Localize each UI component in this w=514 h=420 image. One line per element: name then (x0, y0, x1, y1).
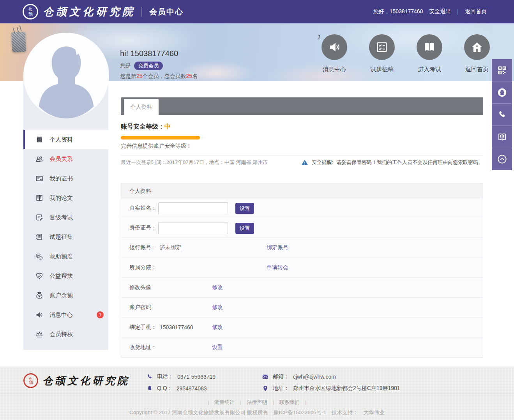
speaker-icon (35, 311, 44, 319)
id-number-input[interactable] (158, 222, 228, 234)
member-count-suffix: 名 (192, 73, 198, 79)
quick-action-enter-exam[interactable]: 进入考试 (412, 34, 447, 73)
field-label: 账户密码 (129, 304, 151, 311)
sidebar-item-member-relations[interactable]: 会员关系 (23, 149, 108, 169)
brand-name: 仓颉文化研究院 (43, 5, 136, 19)
sidebar-item-message-center[interactable]: 消息中心 1 (23, 305, 108, 325)
legal-notice-link[interactable]: 法律声明 (247, 399, 267, 405)
quick-action-label: 进入考试 (412, 66, 447, 73)
contact-value: 2954874083 (177, 385, 207, 392)
user-avatar[interactable] (23, 33, 109, 118)
contact-label: Q Q： (157, 385, 173, 392)
content-tab-bar: 个人资料 (121, 97, 483, 115)
coins-icon (35, 252, 44, 261)
message-badge: 1 (97, 311, 104, 318)
seal-char-bottom: 颉 (29, 380, 34, 385)
phone-contact-button[interactable] (492, 104, 512, 126)
warning-triangle-icon (301, 159, 308, 166)
sidebar-item-papers[interactable]: 我的论文 (23, 188, 108, 208)
quick-action-label: 试题征稿 (364, 66, 400, 73)
field-label: 所属分院： (129, 264, 157, 271)
sidebar-item-label: 消息中心 (49, 311, 73, 319)
sidebar-item-label: 会员特权 (49, 331, 73, 338)
home-icon (470, 41, 484, 54)
crown-icon (35, 330, 44, 339)
security-level-value: 中 (164, 123, 171, 130)
contact-us-link[interactable]: 联系我们 (279, 399, 300, 405)
brand-seal-icon: 仓 颉 (21, 3, 39, 20)
guide-book-button[interactable] (492, 126, 512, 148)
user-greeting: 您好，15038177460 (373, 8, 423, 15)
sidebar-item-label: 晋级考试 (49, 214, 73, 221)
set-id-number-button[interactable]: 设置 (235, 223, 254, 234)
traffic-stats-link[interactable]: 流量统计 (214, 399, 235, 405)
sidebar-item-charity[interactable]: 公益帮扶 (23, 266, 108, 286)
change-password-link[interactable]: 修改 (212, 304, 223, 311)
member-number: 25 (136, 73, 143, 79)
form-row-phone: 绑定手机： 15038177460 修改 (121, 318, 483, 337)
open-book-icon (497, 132, 507, 142)
tab-profile[interactable]: 个人资料 (124, 99, 159, 115)
login-info-row: 最近一次登录时间：2017年07月17日，地点：中国 河南省 郑州市 安全提醒:… (121, 159, 483, 166)
change-phone-link[interactable]: 修改 (212, 324, 223, 331)
logout-link[interactable]: 安全退出 (429, 8, 451, 15)
quick-action-exam-submission[interactable]: 试题征稿 (364, 34, 400, 73)
form-row-shipping-address: 收货地址： 设置 (121, 337, 483, 357)
contact-label: 电话： (157, 373, 173, 380)
change-avatar-link[interactable]: 修改 (212, 284, 223, 291)
quick-action-home[interactable]: 返回首页 (459, 34, 495, 73)
brand-logo[interactable]: 仓 颉 仓颉文化研究院 (23, 4, 136, 19)
member-count-mid: 个会员，总会员数 (143, 73, 186, 79)
banner-photo-object (11, 32, 26, 53)
certificate-icon (35, 174, 44, 183)
bound-phone-value: 15038177460 (160, 324, 193, 330)
security-tip: 完善信息提供账户安全等级！ (121, 143, 483, 150)
sidebar-item-aid-quota[interactable]: 救助额度 (23, 247, 108, 266)
sidebar-item-label: 我的论文 (49, 194, 73, 202)
checklist-icon (375, 41, 389, 54)
collection-icon (35, 233, 44, 241)
phone-icon (146, 373, 153, 380)
membership-badge: 免费会员 (134, 62, 163, 70)
footer-address: 地址：郑州市金水区绿地新都会2号楼C座19层1901 (262, 383, 400, 394)
back-to-top-button[interactable] (492, 148, 512, 170)
transfer-request-link[interactable]: 申请转会 (267, 264, 288, 271)
set-address-link[interactable]: 设置 (212, 344, 223, 351)
chevron-up-icon (497, 154, 507, 164)
sidebar-item-profile[interactable]: 个人资料 (23, 130, 108, 149)
field-label: 修改头像 (129, 284, 151, 291)
warning-title: 安全提醒: (311, 159, 333, 166)
sidebar-item-label: 公益帮扶 (49, 272, 73, 280)
set-real-name-button[interactable]: 设置 (235, 203, 254, 214)
map-pin-icon (262, 385, 269, 392)
footer-phone: 电话：0371-55933719 (146, 371, 215, 383)
sidebar-item-promotion-exam[interactable]: 晋级考试 (23, 208, 108, 227)
security-level-title: 账号安全等级：中 (121, 123, 483, 131)
sidebar-item-member-privileges[interactable]: 会员特权 (23, 325, 108, 344)
top-header-bar: 仓 颉 仓颉文化研究院 会员中心 您好，15038177460 安全退出 | 返… (0, 0, 514, 23)
field-label: 绑定手机： (129, 324, 157, 331)
sidebar-item-label: 账户余额 (49, 292, 73, 299)
member-center-page: 仓 颉 仓颉文化研究院 会员中心 您好，15038177460 安全退出 | 返… (0, 0, 514, 420)
sidebar-menu: 个人资料 会员关系 我的证书 我的论文 晋级考试 试题征集 救助额度 公益帮扶 (23, 130, 108, 344)
security-level-block: 账号安全等级：中 完善信息提供账户安全等级！ (121, 123, 483, 155)
footer-divider (0, 394, 514, 394)
qr-code-button[interactable] (492, 59, 512, 81)
sidebar-item-question-collection[interactable]: 试题征集 (23, 227, 108, 247)
qr-code-icon (497, 65, 507, 76)
quick-action-messages[interactable]: 1 消息中心 (316, 34, 352, 73)
bind-account-link[interactable]: 绑定账号 (267, 244, 288, 251)
member-count-line: 您是第25个会员，总会员数25名 (120, 73, 198, 80)
qq-contact-button[interactable] (492, 81, 512, 104)
sidebar-item-certificates[interactable]: 我的证书 (23, 169, 108, 188)
sidebar-item-account-balance[interactable]: 账户余额 (23, 286, 108, 305)
link-separator: | (273, 399, 274, 405)
quick-action-label: 返回首页 (459, 66, 495, 73)
message-count-number: 1 (317, 34, 321, 41)
back-home-link[interactable]: 返回首页 (465, 8, 487, 15)
copyright-line: Copyright © 2017 河南仓颉文化旅游发展有限公司 版权所有豫ICP… (0, 409, 514, 416)
footer-contact-col2: 邮箱：cjwh@cjwhw.com 地址：郑州市金水区绿地新都会2号楼C座19层… (262, 371, 400, 394)
sidebar-item-label: 个人资料 (49, 136, 73, 143)
footer-seal-icon: 仓 颉 (22, 372, 39, 389)
real-name-input[interactable] (158, 202, 228, 214)
